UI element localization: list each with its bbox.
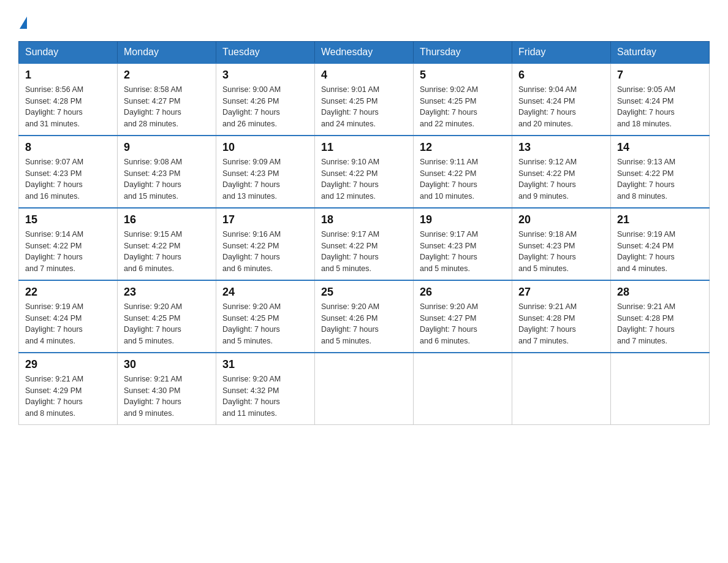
day-info: Sunrise: 9:21 AMSunset: 4:28 PMDaylight:…: [518, 301, 604, 347]
day-cell: 3 Sunrise: 9:00 AMSunset: 4:26 PMDayligh…: [216, 63, 315, 136]
day-number: 21: [617, 213, 703, 226]
day-cell: 15 Sunrise: 9:14 AMSunset: 4:22 PMDaylig…: [19, 208, 118, 280]
day-info: Sunrise: 9:02 AMSunset: 4:25 PMDaylight:…: [420, 84, 506, 130]
day-number: 29: [25, 358, 111, 371]
day-cell: 2 Sunrise: 8:58 AMSunset: 4:27 PMDayligh…: [118, 63, 216, 136]
day-cell: 16 Sunrise: 9:15 AMSunset: 4:22 PMDaylig…: [118, 208, 216, 280]
calendar-table: Sunday Monday Tuesday Wednesday Thursday…: [18, 41, 710, 425]
day-number: 20: [518, 213, 604, 226]
day-number: 22: [25, 286, 111, 299]
day-cell: 11 Sunrise: 9:10 AMSunset: 4:22 PMDaylig…: [315, 136, 414, 208]
week-row-4: 22 Sunrise: 9:19 AMSunset: 4:24 PMDaylig…: [19, 280, 710, 353]
week-row-2: 8 Sunrise: 9:07 AMSunset: 4:23 PMDayligh…: [19, 136, 710, 208]
day-cell: [414, 353, 512, 425]
day-cell: 8 Sunrise: 9:07 AMSunset: 4:23 PMDayligh…: [19, 136, 118, 208]
day-cell: 21 Sunrise: 9:19 AMSunset: 4:24 PMDaylig…: [611, 208, 710, 280]
day-info: Sunrise: 9:08 AMSunset: 4:23 PMDaylight:…: [124, 156, 210, 202]
day-info: Sunrise: 9:13 AMSunset: 4:22 PMDaylight:…: [617, 156, 703, 202]
day-info: Sunrise: 9:16 AMSunset: 4:22 PMDaylight:…: [222, 229, 308, 275]
day-number: 11: [321, 141, 407, 154]
day-cell: 27 Sunrise: 9:21 AMSunset: 4:28 PMDaylig…: [512, 280, 611, 353]
day-info: Sunrise: 9:21 AMSunset: 4:28 PMDaylight:…: [617, 301, 703, 347]
day-number: 24: [222, 286, 308, 299]
day-info: Sunrise: 9:15 AMSunset: 4:22 PMDaylight:…: [124, 229, 210, 275]
day-cell: 9 Sunrise: 9:08 AMSunset: 4:23 PMDayligh…: [118, 136, 216, 208]
day-info: Sunrise: 8:58 AMSunset: 4:27 PMDaylight:…: [124, 84, 210, 130]
day-info: Sunrise: 9:20 AMSunset: 4:27 PMDaylight:…: [420, 301, 506, 347]
day-info: Sunrise: 9:20 AMSunset: 4:25 PMDaylight:…: [222, 301, 308, 347]
day-cell: 20 Sunrise: 9:18 AMSunset: 4:23 PMDaylig…: [512, 208, 611, 280]
day-number: 26: [420, 286, 506, 299]
day-cell: 5 Sunrise: 9:02 AMSunset: 4:25 PMDayligh…: [414, 63, 512, 136]
day-number: 3: [222, 69, 308, 82]
col-wednesday: Wednesday: [315, 41, 414, 63]
week-row-1: 1 Sunrise: 8:56 AMSunset: 4:28 PMDayligh…: [19, 63, 710, 136]
day-number: 10: [222, 141, 308, 154]
day-cell: 25 Sunrise: 9:20 AMSunset: 4:26 PMDaylig…: [315, 280, 414, 353]
day-cell: [315, 353, 414, 425]
day-info: Sunrise: 9:09 AMSunset: 4:23 PMDaylight:…: [222, 156, 308, 202]
day-cell: 29 Sunrise: 9:21 AMSunset: 4:29 PMDaylig…: [19, 353, 118, 425]
day-info: Sunrise: 9:10 AMSunset: 4:22 PMDaylight:…: [321, 156, 407, 202]
day-info: Sunrise: 9:20 AMSunset: 4:26 PMDaylight:…: [321, 301, 407, 347]
day-cell: 13 Sunrise: 9:12 AMSunset: 4:22 PMDaylig…: [512, 136, 611, 208]
day-info: Sunrise: 9:19 AMSunset: 4:24 PMDaylight:…: [25, 301, 111, 347]
day-info: Sunrise: 9:12 AMSunset: 4:22 PMDaylight:…: [518, 156, 604, 202]
day-info: Sunrise: 9:11 AMSunset: 4:22 PMDaylight:…: [420, 156, 506, 202]
day-number: 7: [617, 69, 703, 82]
day-info: Sunrise: 9:00 AMSunset: 4:26 PMDaylight:…: [222, 84, 308, 130]
day-number: 25: [321, 286, 407, 299]
day-info: Sunrise: 8:56 AMSunset: 4:28 PMDaylight:…: [25, 84, 111, 130]
day-cell: 31 Sunrise: 9:20 AMSunset: 4:32 PMDaylig…: [216, 353, 315, 425]
day-number: 12: [420, 141, 506, 154]
day-number: 15: [25, 213, 111, 226]
col-saturday: Saturday: [611, 41, 710, 63]
day-info: Sunrise: 9:07 AMSunset: 4:23 PMDaylight:…: [25, 156, 111, 202]
day-cell: 28 Sunrise: 9:21 AMSunset: 4:28 PMDaylig…: [611, 280, 710, 353]
day-info: Sunrise: 9:14 AMSunset: 4:22 PMDaylight:…: [25, 229, 111, 275]
week-row-5: 29 Sunrise: 9:21 AMSunset: 4:29 PMDaylig…: [19, 353, 710, 425]
day-number: 28: [617, 286, 703, 299]
day-number: 18: [321, 213, 407, 226]
day-info: Sunrise: 9:21 AMSunset: 4:30 PMDaylight:…: [124, 373, 210, 419]
day-number: 13: [518, 141, 604, 154]
logo-top: [18, 12, 27, 30]
day-info: Sunrise: 9:21 AMSunset: 4:29 PMDaylight:…: [25, 373, 111, 419]
day-number: 1: [25, 69, 111, 82]
day-cell: 18 Sunrise: 9:17 AMSunset: 4:22 PMDaylig…: [315, 208, 414, 280]
day-cell: 10 Sunrise: 9:09 AMSunset: 4:23 PMDaylig…: [216, 136, 315, 208]
day-number: 14: [617, 141, 703, 154]
day-cell: 22 Sunrise: 9:19 AMSunset: 4:24 PMDaylig…: [19, 280, 118, 353]
col-friday: Friday: [512, 41, 611, 63]
day-cell: [611, 353, 710, 425]
day-cell: 1 Sunrise: 8:56 AMSunset: 4:28 PMDayligh…: [19, 63, 118, 136]
day-cell: 19 Sunrise: 9:17 AMSunset: 4:23 PMDaylig…: [414, 208, 512, 280]
day-number: 23: [124, 286, 210, 299]
day-cell: 4 Sunrise: 9:01 AMSunset: 4:25 PMDayligh…: [315, 63, 414, 136]
day-number: 9: [124, 141, 210, 154]
day-number: 6: [518, 69, 604, 82]
day-number: 5: [420, 69, 506, 82]
header-row: Sunday Monday Tuesday Wednesday Thursday…: [19, 41, 710, 63]
day-number: 19: [420, 213, 506, 226]
page-header: [18, 12, 710, 30]
day-cell: 7 Sunrise: 9:05 AMSunset: 4:24 PMDayligh…: [611, 63, 710, 136]
day-info: Sunrise: 9:19 AMSunset: 4:24 PMDaylight:…: [617, 229, 703, 275]
day-info: Sunrise: 9:04 AMSunset: 4:24 PMDaylight:…: [518, 84, 604, 130]
col-sunday: Sunday: [19, 41, 118, 63]
day-number: 31: [222, 358, 308, 371]
col-monday: Monday: [118, 41, 216, 63]
day-info: Sunrise: 9:17 AMSunset: 4:22 PMDaylight:…: [321, 229, 407, 275]
col-tuesday: Tuesday: [216, 41, 315, 63]
day-info: Sunrise: 9:01 AMSunset: 4:25 PMDaylight:…: [321, 84, 407, 130]
logo-triangle-icon: [20, 17, 27, 29]
day-number: 2: [124, 69, 210, 82]
day-number: 4: [321, 69, 407, 82]
day-cell: 23 Sunrise: 9:20 AMSunset: 4:25 PMDaylig…: [118, 280, 216, 353]
day-info: Sunrise: 9:05 AMSunset: 4:24 PMDaylight:…: [617, 84, 703, 130]
day-number: 17: [222, 213, 308, 226]
day-cell: 17 Sunrise: 9:16 AMSunset: 4:22 PMDaylig…: [216, 208, 315, 280]
day-info: Sunrise: 9:18 AMSunset: 4:23 PMDaylight:…: [518, 229, 604, 275]
day-info: Sunrise: 9:17 AMSunset: 4:23 PMDaylight:…: [420, 229, 506, 275]
week-row-3: 15 Sunrise: 9:14 AMSunset: 4:22 PMDaylig…: [19, 208, 710, 280]
